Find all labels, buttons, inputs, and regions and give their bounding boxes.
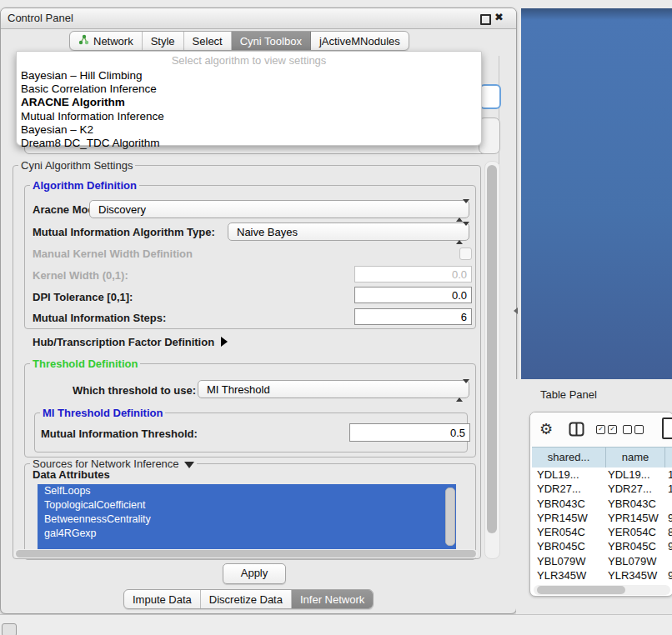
- document-icon[interactable]: [662, 418, 672, 439]
- table-row[interactable]: YPR145WYPR145W9.: [532, 511, 672, 525]
- table-cell[interactable]: YBR043C: [532, 497, 606, 511]
- table-panel-region: Table Panel ⚙ ✓✓ shared... name YDL19...…: [516, 379, 672, 635]
- list-item[interactable]: SelfLoops: [38, 484, 456, 498]
- table-row[interactable]: YBL079WYBL079W: [532, 554, 672, 568]
- apply-button[interactable]: Apply: [223, 563, 286, 584]
- table-cell[interactable]: YIL052C: [606, 582, 665, 584]
- column-header[interactable]: name: [606, 448, 665, 468]
- control-panel-window: Control Panel ✖ Network Style Select Cyn…: [0, 8, 517, 614]
- table-horizontal-scrollbar-thumb[interactable]: [537, 586, 625, 594]
- settings-horizontal-scrollbar-thumb[interactable]: [16, 550, 476, 558]
- table-cell[interactable]: YDL19...: [606, 468, 665, 482]
- collapsed-panel-button[interactable]: [2, 623, 17, 635]
- algorithm-option[interactable]: Mutual Information Inference: [19, 110, 479, 123]
- table-cell[interactable]: 12: [665, 482, 672, 496]
- mi-steps-field[interactable]: [354, 308, 472, 325]
- dpi-tolerance-field[interactable]: [354, 287, 472, 303]
- table-row[interactable]: YDL19...YDL19...13: [532, 468, 672, 482]
- table-cell[interactable]: YPR145W: [606, 511, 665, 525]
- list-scrollbar-thumb[interactable]: [445, 488, 455, 546]
- table-cell[interactable]: 9.: [665, 511, 672, 525]
- mi-algorithm-type-combo[interactable]: Naive Bayes: [228, 222, 469, 241]
- table-cell[interactable]: YBL079W: [532, 554, 606, 568]
- table-cell[interactable]: YBR045C: [532, 539, 606, 553]
- table-cell[interactable]: 9: [665, 582, 672, 584]
- algorithm-option-selected[interactable]: ARACNE Algorithm: [19, 96, 479, 109]
- list-item[interactable]: BetweennessCentrality: [38, 512, 456, 527]
- which-threshold-combo[interactable]: MI Threshold: [198, 380, 469, 398]
- kernel-width-field[interactable]: [354, 266, 472, 282]
- deselect-all-icon[interactable]: [623, 425, 644, 434]
- table-cell[interactable]: YIL052C: [532, 582, 606, 584]
- threshold-definition-title: Threshold Definition: [30, 358, 140, 370]
- tab-network[interactable]: Network: [70, 32, 143, 50]
- algorithm-dropdown-prompt: Select algorithm to view settings: [17, 54, 481, 67]
- table-cell[interactable]: YLR345W: [606, 568, 665, 582]
- table-toolbar: ⚙ ✓✓: [530, 412, 672, 446]
- tab-select[interactable]: Select: [184, 32, 232, 50]
- table-row[interactable]: YBR043CYBR043C: [532, 497, 672, 511]
- settings-vertical-scrollbar-thumb[interactable]: [487, 165, 497, 533]
- close-icon[interactable]: ✖: [494, 11, 504, 23]
- tab-style[interactable]: Style: [143, 32, 184, 50]
- tab-infer-network[interactable]: Infer Network: [292, 590, 373, 608]
- list-item[interactable]: TopologicalCoefficient: [38, 498, 456, 512]
- select-all-icon[interactable]: ✓✓: [596, 425, 617, 434]
- table-header-row: shared... name: [532, 447, 672, 469]
- table-cell[interactable]: [665, 554, 672, 568]
- mi-algorithm-type-label: Mutual Information Algorithm Type:: [33, 226, 215, 238]
- table-cell[interactable]: YBR043C: [606, 497, 665, 511]
- list-item[interactable]: gal4RGexp: [38, 527, 456, 541]
- data-attributes-label: Data Attributes: [33, 468, 110, 481]
- focused-combo-fragment[interactable]: [479, 84, 501, 109]
- columns-icon[interactable]: [569, 422, 584, 440]
- mi-steps-label: Mutual Information Steps:: [33, 312, 166, 324]
- manual-kernel-width-checkbox[interactable]: [459, 248, 472, 260]
- splitter-collapse-icon[interactable]: [514, 308, 518, 314]
- tab-cyni-toolbox[interactable]: Cyni Toolbox: [232, 32, 311, 50]
- aracne-mode-combo[interactable]: Discovery: [89, 200, 469, 218]
- table-cell[interactable]: YDL19...: [532, 468, 606, 482]
- table-cell[interactable]: YPR145W: [532, 511, 606, 525]
- float-window-icon[interactable]: [480, 14, 491, 25]
- network-icon: [78, 34, 89, 48]
- table-cell[interactable]: YBL079W: [606, 554, 665, 568]
- tab-discretize-data[interactable]: Discretize Data: [201, 590, 292, 608]
- table-cell[interactable]: YBR045C: [606, 539, 665, 553]
- table-row[interactable]: YLR345WYLR345W9.: [532, 568, 672, 582]
- combo-arrows-icon: [456, 226, 464, 238]
- table-cell[interactable]: YDR27...: [606, 482, 665, 496]
- table-row[interactable]: YIL052CYIL052C9: [532, 582, 672, 584]
- mi-threshold-field[interactable]: [349, 423, 470, 442]
- table-cell[interactable]: 13: [665, 468, 672, 482]
- table-cell[interactable]: YER054C: [532, 525, 606, 539]
- data-attributes-list: SelfLoops TopologicalCoefficient Between…: [38, 484, 456, 551]
- table-row[interactable]: YER054CYER054C8.: [532, 525, 672, 539]
- hub-definition-toggle[interactable]: Hub/Transcription Factor Definition: [33, 336, 228, 348]
- cyni-bottom-tabs: Impute Data Discretize Data Infer Networ…: [123, 589, 374, 609]
- table-cell[interactable]: YDR27...: [532, 482, 606, 496]
- algorithm-option[interactable]: Dream8 DC_TDC Algorithm: [19, 137, 479, 150]
- algorithm-option[interactable]: Basic Correlation Inference: [19, 82, 479, 96]
- tab-impute-data[interactable]: Impute Data: [124, 590, 201, 608]
- mi-threshold-label: Mutual Information Threshold:: [41, 428, 198, 440]
- table-cell[interactable]: YER054C: [606, 525, 665, 539]
- which-threshold-label: Which threshold to use:: [73, 384, 196, 397]
- gear-icon[interactable]: ⚙: [539, 420, 553, 438]
- algorithm-option[interactable]: Bayesian – K2: [19, 123, 479, 137]
- control-panel-titlebar[interactable]: Control Panel ✖: [1, 8, 516, 29]
- table-cell[interactable]: YLR345W: [532, 568, 606, 582]
- table-cell[interactable]: 9.: [665, 568, 672, 582]
- bottom-strip: [0, 614, 672, 635]
- table-cell[interactable]: 8.: [665, 525, 672, 539]
- kernel-width-label: Kernel Width (0,1):: [33, 269, 128, 282]
- table-cell[interactable]: [665, 497, 672, 511]
- table-row[interactable]: YDR27...YDR27...12: [532, 482, 672, 496]
- algorithm-option[interactable]: Bayesian – Hill Climbing: [19, 69, 479, 82]
- tab-jactivemnodules[interactable]: jActiveMNodules: [311, 32, 409, 50]
- column-header[interactable]: [665, 448, 672, 468]
- manual-kernel-width-label: Manual Kernel Width Definition: [33, 248, 193, 260]
- table-row[interactable]: YBR045CYBR045C9.: [532, 539, 672, 553]
- column-header[interactable]: shared...: [532, 448, 606, 468]
- table-cell[interactable]: 9.: [665, 539, 672, 553]
